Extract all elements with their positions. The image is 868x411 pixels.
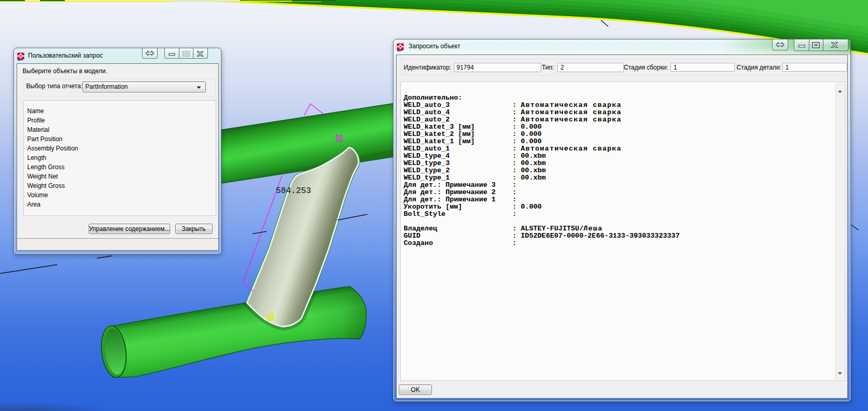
svg-text:584.253: 584.253 — [276, 186, 311, 196]
